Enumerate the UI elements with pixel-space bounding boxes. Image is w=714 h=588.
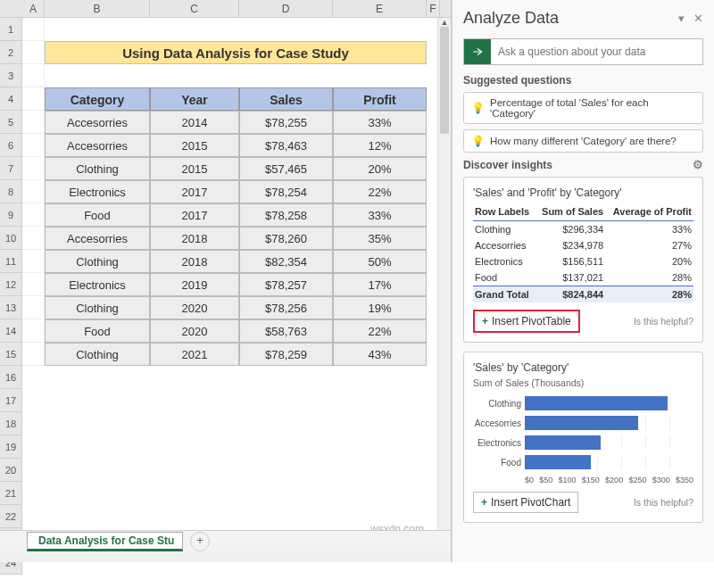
table-cell[interactable]: 22% bbox=[333, 180, 427, 203]
table-header[interactable]: Sales bbox=[239, 87, 333, 111]
table-cell[interactable]: Food bbox=[45, 203, 150, 227]
bar-chart: ClothingAccesorriesElectronicsFood bbox=[473, 393, 693, 472]
table-cell[interactable]: Clothing bbox=[45, 296, 150, 319]
row-header-15[interactable]: 15 bbox=[0, 343, 22, 366]
row-header-12[interactable]: 12 bbox=[0, 273, 22, 296]
table-cell[interactable]: 33% bbox=[333, 203, 427, 227]
title-cell[interactable]: Using Data Analysis for Case Study bbox=[45, 41, 427, 64]
helpful-link[interactable]: Is this helpful? bbox=[634, 497, 693, 508]
table-header[interactable]: Category bbox=[45, 87, 150, 111]
table-cell[interactable]: 2014 bbox=[150, 111, 239, 134]
col-header-E[interactable]: E bbox=[333, 0, 427, 17]
row-header-16[interactable]: 16 bbox=[0, 366, 22, 389]
gear-icon[interactable]: ⚙ bbox=[693, 158, 703, 171]
suggestion-1-text: Percentage of total 'Sales' for each 'Ca… bbox=[490, 97, 695, 119]
col-header-D[interactable]: D bbox=[239, 0, 333, 17]
table-cell[interactable]: Food bbox=[45, 319, 150, 343]
table-cell[interactable]: 35% bbox=[333, 227, 427, 250]
row-header-8[interactable]: 8 bbox=[0, 180, 22, 203]
row-header-6[interactable]: 6 bbox=[0, 134, 22, 157]
table-cell[interactable]: $58,763 bbox=[239, 319, 333, 343]
table-cell[interactable]: 22% bbox=[333, 319, 427, 343]
table-cell[interactable]: Accesorries bbox=[45, 227, 150, 250]
table-cell[interactable]: $78,259 bbox=[239, 343, 333, 366]
row-header-21[interactable]: 21 bbox=[0, 482, 22, 505]
row-header-5[interactable]: 5 bbox=[0, 111, 22, 134]
table-cell[interactable]: 33% bbox=[333, 111, 427, 134]
table-cell[interactable]: 50% bbox=[333, 250, 427, 273]
row-header-9[interactable]: 9 bbox=[0, 203, 22, 227]
table-cell[interactable]: 12% bbox=[333, 134, 427, 157]
col-header-F[interactable]: F bbox=[427, 0, 440, 17]
table-cell[interactable]: 20% bbox=[333, 157, 427, 180]
insert-pivottable-button[interactable]: +Insert PivotTable bbox=[473, 310, 580, 333]
row-header-22[interactable]: 22 bbox=[0, 505, 22, 528]
search-input[interactable] bbox=[491, 46, 702, 58]
table-cell[interactable]: 17% bbox=[333, 273, 427, 296]
table-cell[interactable]: 2021 bbox=[150, 343, 239, 366]
row-header-10[interactable]: 10 bbox=[0, 227, 22, 250]
row-header-7[interactable]: 7 bbox=[0, 157, 22, 180]
search-box[interactable] bbox=[463, 38, 703, 65]
suggestion-1[interactable]: 💡Percentage of total 'Sales' for each 'C… bbox=[463, 92, 703, 124]
col-header-B[interactable]: B bbox=[45, 0, 150, 17]
table-cell[interactable]: 2017 bbox=[150, 180, 239, 203]
row-header-17[interactable]: 17 bbox=[0, 389, 22, 412]
table-header[interactable]: Year bbox=[150, 87, 239, 111]
table-cell[interactable]: $78,255 bbox=[239, 111, 333, 134]
row-header-1[interactable]: 1 bbox=[0, 18, 22, 41]
helpful-link[interactable]: Is this helpful? bbox=[634, 316, 693, 327]
table-cell[interactable]: Clothing bbox=[45, 250, 150, 273]
table-cell[interactable]: $78,257 bbox=[239, 273, 333, 296]
data-table[interactable]: CategoryYearSalesProfitAccesorries2014$7… bbox=[22, 87, 437, 366]
table-cell[interactable]: 2015 bbox=[150, 157, 239, 180]
table-cell[interactable]: 2020 bbox=[150, 319, 239, 343]
discover-insights-label: Discover insights bbox=[463, 159, 552, 171]
table-cell[interactable]: $78,260 bbox=[239, 227, 333, 250]
table-cell[interactable]: $78,258 bbox=[239, 203, 333, 227]
row-header-2[interactable]: 2 bbox=[0, 41, 22, 64]
row-header-20[interactable]: 20 bbox=[0, 459, 22, 482]
suggestion-2[interactable]: 💡How many different 'Category' are there… bbox=[463, 129, 703, 153]
table-cell[interactable]: Electronics bbox=[45, 180, 150, 203]
table-cell[interactable]: $78,256 bbox=[239, 296, 333, 319]
row-header-13[interactable]: 13 bbox=[0, 296, 22, 319]
sheet-tab-active[interactable]: Data Analysis for Case Stu bbox=[27, 532, 183, 551]
row-header-19[interactable]: 19 bbox=[0, 435, 22, 459]
row-header-14[interactable]: 14 bbox=[0, 319, 22, 343]
row-header-18[interactable]: 18 bbox=[0, 412, 22, 435]
horizontal-scrollbar[interactable] bbox=[0, 551, 451, 562]
col-header-C[interactable]: C bbox=[150, 0, 239, 17]
col-header-A[interactable]: A bbox=[22, 0, 45, 17]
table-cell[interactable]: 43% bbox=[333, 343, 427, 366]
table-header[interactable]: Profit bbox=[333, 87, 427, 111]
search-submit-icon[interactable] bbox=[464, 39, 491, 64]
table-cell[interactable]: 2020 bbox=[150, 296, 239, 319]
table-cell[interactable]: Clothing bbox=[45, 157, 150, 180]
vertical-scrollbar[interactable]: ▲ ▼ bbox=[437, 18, 451, 562]
pane-menu-icon[interactable]: ▾ bbox=[678, 12, 685, 25]
table-cell[interactable]: $57,465 bbox=[239, 157, 333, 180]
table-cell[interactable]: 2019 bbox=[150, 273, 239, 296]
table-cell[interactable]: Electronics bbox=[45, 273, 150, 296]
table-cell[interactable]: $78,254 bbox=[239, 180, 333, 203]
add-sheet-button[interactable]: + bbox=[190, 532, 210, 551]
table-cell[interactable]: 19% bbox=[333, 296, 427, 319]
close-icon[interactable]: ✕ bbox=[693, 12, 703, 25]
grid-body[interactable]: Using Data Analysis for Case Study Categ… bbox=[22, 18, 437, 562]
table-cell[interactable]: Accesorries bbox=[45, 134, 150, 157]
scroll-thumb[interactable] bbox=[440, 27, 449, 134]
table-cell[interactable]: $82,354 bbox=[239, 250, 333, 273]
table-cell[interactable]: 2015 bbox=[150, 134, 239, 157]
table-cell[interactable]: 2018 bbox=[150, 250, 239, 273]
row-header-4[interactable]: 4 bbox=[0, 87, 22, 111]
row-headers: 123456789101112131415161718192021222324 bbox=[0, 18, 22, 575]
table-cell[interactable]: 2018 bbox=[150, 227, 239, 250]
row-header-3[interactable]: 3 bbox=[0, 64, 22, 87]
table-cell[interactable]: $78,463 bbox=[239, 134, 333, 157]
table-cell[interactable]: Clothing bbox=[45, 343, 150, 366]
insert-pivotchart-button[interactable]: +Insert PivotChart bbox=[473, 492, 578, 513]
table-cell[interactable]: 2017 bbox=[150, 203, 239, 227]
table-cell[interactable]: Accesorries bbox=[45, 111, 150, 134]
row-header-11[interactable]: 11 bbox=[0, 250, 22, 273]
